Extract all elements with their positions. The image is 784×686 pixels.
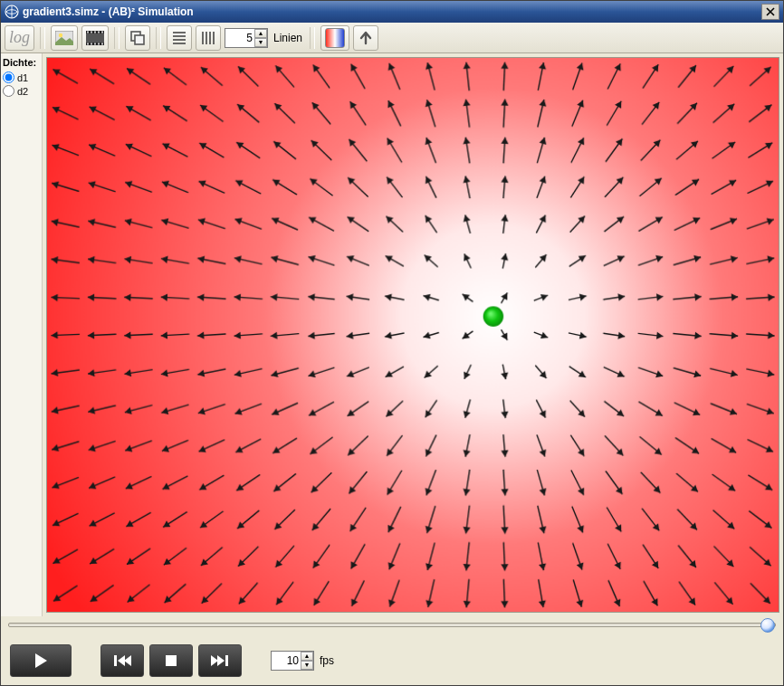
skip-forward-button[interactable] [198,644,242,677]
app-icon [5,5,19,19]
vlines-button[interactable] [196,25,221,51]
upload-button[interactable] [353,25,378,51]
colormap-swatch-icon [325,28,345,48]
svg-rect-28 [225,655,228,666]
toolbar: log ▲ ▼ Linien [1,23,783,53]
svg-rect-6 [87,31,89,33]
stop-button[interactable] [149,644,193,677]
svg-rect-15 [101,43,103,44]
spinner-up-button[interactable]: ▲ [301,652,313,661]
snapshot-image-button[interactable] [51,25,78,51]
lines-label: Linien [273,32,302,44]
lines-count-field[interactable]: ▲ ▼ [225,28,268,48]
svg-rect-8 [94,31,96,33]
fps-input[interactable] [272,653,301,669]
svg-rect-9 [98,31,100,33]
svg-rect-10 [101,31,103,33]
toolbar-separator [156,27,161,49]
app-window: gradient3.simz - (AB)² Simulation log ▲ [0,0,784,686]
timeline-track[interactable] [8,623,776,627]
vector-field-canvas[interactable] [47,58,779,612]
radio-d2[interactable] [3,85,14,97]
sidebar-option-d2[interactable]: d2 [3,85,40,97]
sidebar-option-d1[interactable]: d1 [3,71,40,83]
svg-rect-11 [87,43,89,44]
svg-rect-14 [98,43,100,44]
skip-back-button[interactable] [100,644,144,677]
sidebar-heading: Dichte: [3,57,40,68]
log-scale-button[interactable]: log [5,25,34,51]
svg-rect-12 [91,43,92,44]
spinner-down-button[interactable]: ▼ [254,38,267,47]
record-movie-button[interactable] [81,25,109,51]
radio-d1[interactable] [3,71,14,83]
svg-rect-7 [91,31,92,33]
hlines-button[interactable] [167,25,192,51]
window-title: gradient3.simz - (AB)² Simulation [23,5,761,18]
colormap-button[interactable] [320,25,349,51]
svg-rect-17 [135,35,144,44]
titlebar: gradient3.simz - (AB)² Simulation [1,1,783,23]
canvas-wrap [43,53,783,616]
play-button[interactable] [10,644,72,677]
toolbar-separator [40,27,45,49]
window-close-button[interactable] [761,4,779,20]
copy-button[interactable] [125,25,150,51]
spinner-down-button[interactable]: ▼ [301,661,313,670]
fps-field[interactable]: ▲ ▼ [271,651,314,671]
svg-rect-26 [114,655,117,666]
toolbar-separator [114,27,120,49]
playback-controls: ▲ ▼ fps [1,636,783,685]
content-area: Dichte: d1 d2 [1,53,783,616]
radio-d2-label: d2 [17,86,28,97]
lines-count-input[interactable] [225,30,254,46]
svg-rect-13 [94,43,96,44]
radio-d1-label: d1 [17,72,28,83]
sidebar: Dichte: d1 d2 [1,53,43,616]
timeline-thumb[interactable] [760,618,775,633]
toolbar-separator [310,27,315,49]
canvas-border [46,57,779,613]
svg-point-2 [59,33,62,36]
fps-label: fps [320,654,334,667]
timeline [1,616,783,636]
spinner-up-button[interactable]: ▲ [254,29,267,38]
svg-rect-27 [166,655,177,666]
